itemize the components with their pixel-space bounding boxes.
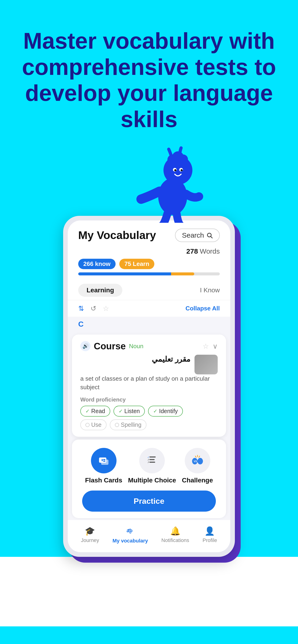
svg-point-7 bbox=[174, 169, 176, 171]
vocabulary-icon: ab c bbox=[126, 526, 135, 536]
svg-line-27 bbox=[199, 456, 200, 458]
challenge-option[interactable]: VS Challenge bbox=[182, 448, 213, 484]
tab-learning[interactable]: Learning bbox=[78, 284, 122, 297]
word-image bbox=[194, 355, 218, 374]
profile-icon: 👤 bbox=[204, 526, 215, 536]
hero-section: Master vocabulary with comprehensive tes… bbox=[0, 0, 298, 132]
badge-read: ✓ Read bbox=[80, 406, 110, 416]
svg-rect-17 bbox=[149, 459, 155, 460]
proficiency-label: Word proficiency bbox=[80, 396, 218, 403]
multiplechoice-label: Multiple Choice bbox=[128, 476, 176, 484]
svg-text:VS: VS bbox=[194, 460, 197, 463]
sort-icon[interactable]: ⇅ bbox=[78, 304, 84, 312]
collapse-all-btn[interactable]: Collapse All bbox=[185, 305, 220, 312]
progress-bar bbox=[78, 272, 220, 276]
hero-title: Master vocabulary with comprehensive tes… bbox=[14, 28, 284, 132]
flashcards-label: Flash Cards bbox=[85, 476, 122, 484]
svg-rect-18 bbox=[149, 462, 155, 463]
nav-journey[interactable]: 🎓 Journey bbox=[81, 526, 99, 544]
proficiency-badges: ✓ Read ✓ Listen ✓ Identify bbox=[80, 406, 218, 416]
svg-point-23 bbox=[197, 458, 203, 464]
svg-rect-16 bbox=[149, 456, 156, 458]
tab-iknow[interactable]: I Know bbox=[200, 286, 220, 294]
profile-label: Profile bbox=[203, 537, 217, 544]
notifications-icon: 🔔 bbox=[170, 526, 181, 536]
practice-options: Flash Cards ✓ bbox=[82, 448, 216, 484]
nav-profile[interactable]: 👤 Profile bbox=[203, 526, 217, 544]
svg-rect-13 bbox=[102, 459, 103, 461]
words-label: Words bbox=[200, 247, 220, 255]
journey-label: Journey bbox=[81, 537, 99, 544]
multiplechoice-icon: ✓ ✗ ✗ bbox=[139, 448, 165, 474]
flashcards-icon bbox=[91, 448, 117, 474]
svg-text:✗: ✗ bbox=[147, 461, 149, 464]
practice-button[interactable]: Practice bbox=[82, 490, 216, 512]
list-controls: ⇅ ↺ ☆ Collapse All bbox=[68, 300, 230, 317]
badge-listen: ✓ Listen bbox=[114, 406, 145, 416]
journey-icon: 🎓 bbox=[85, 526, 95, 536]
nav-vocabulary[interactable]: ab c My vocabulary bbox=[113, 526, 148, 544]
words-count-row: 278 Words bbox=[68, 246, 230, 258]
badge-know: 266 know bbox=[78, 259, 116, 269]
flashcards-option[interactable]: Flash Cards bbox=[85, 448, 122, 484]
svg-text:c: c bbox=[130, 531, 131, 534]
tabs-row: Learning I Know bbox=[68, 280, 230, 300]
word-name: Course bbox=[94, 341, 126, 352]
challenge-label: Challenge bbox=[182, 476, 213, 484]
search-button[interactable]: Search bbox=[175, 228, 220, 242]
svg-point-8 bbox=[181, 169, 183, 171]
word-pos: Noun bbox=[129, 343, 143, 350]
svg-line-10 bbox=[211, 236, 212, 238]
svg-line-26 bbox=[195, 456, 196, 458]
challenge-icon: VS bbox=[185, 448, 210, 474]
svg-rect-15 bbox=[103, 461, 105, 462]
badge-learn: 75 Learn bbox=[119, 259, 154, 269]
svg-text:✗: ✗ bbox=[147, 458, 149, 461]
speaker-btn[interactable]: 🔊 bbox=[80, 341, 91, 351]
svg-text:✓: ✓ bbox=[147, 456, 149, 458]
star-word-btn[interactable]: ☆ bbox=[203, 342, 209, 350]
badge-spelling: Spelling bbox=[110, 419, 146, 430]
search-icon bbox=[206, 232, 213, 238]
white-bottom bbox=[0, 557, 298, 626]
chevron-btn[interactable]: ∨ bbox=[213, 342, 218, 350]
svg-rect-14 bbox=[103, 459, 105, 460]
badge-use: Use bbox=[80, 419, 107, 430]
star-filter-icon[interactable]: ☆ bbox=[103, 304, 109, 312]
section-letter: C bbox=[68, 317, 230, 332]
app-title: My Vocabulary bbox=[78, 229, 156, 242]
word-card: 🔊 Course Noun ☆ ∨ bbox=[72, 334, 226, 437]
badge-identify: ✓ Identify bbox=[148, 406, 183, 416]
nav-notifications[interactable]: 🔔 Notifications bbox=[161, 526, 189, 544]
proficiency-badges-2: Use Spelling bbox=[80, 419, 218, 430]
vocabulary-label: My vocabulary bbox=[113, 538, 148, 544]
progress-section: 266 know 75 Learn bbox=[68, 258, 230, 280]
practice-panel: Flash Cards ✓ bbox=[72, 440, 226, 518]
app-header: My Vocabulary Search bbox=[68, 220, 230, 246]
character-illustration bbox=[133, 144, 212, 223]
multiplechoice-option[interactable]: ✓ ✗ ✗ Multiple Choice bbox=[128, 448, 176, 484]
search-label: Search bbox=[182, 231, 204, 239]
notifications-label: Notifications bbox=[161, 537, 189, 544]
word-definition: a set of classes or a plan of study on a… bbox=[80, 374, 218, 392]
reset-icon[interactable]: ↺ bbox=[91, 304, 96, 312]
bottom-nav: 🎓 Journey ab c bbox=[68, 520, 230, 552]
words-number: 278 bbox=[186, 247, 198, 255]
